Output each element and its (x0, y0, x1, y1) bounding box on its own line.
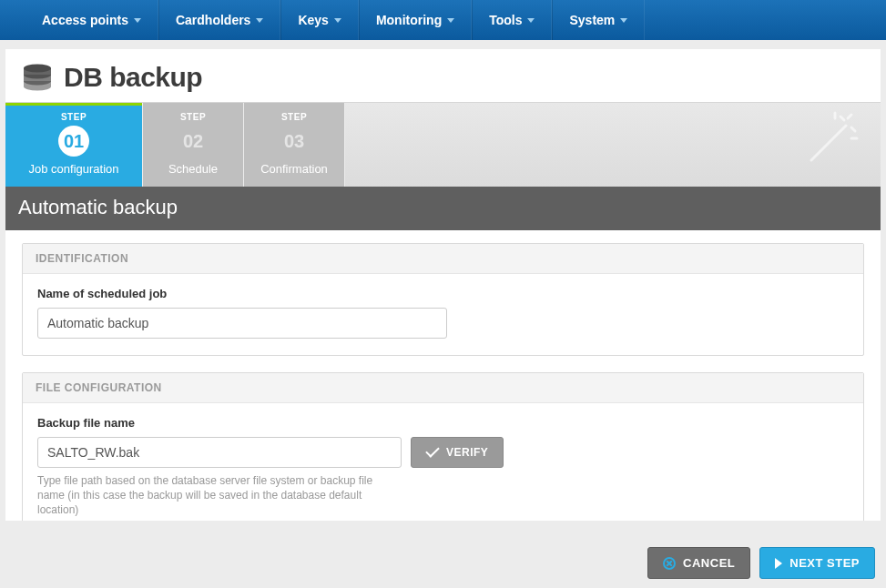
nav-label: Access points (42, 13, 128, 27)
backup-filename-input[interactable] (37, 437, 402, 468)
chevron-down-icon (334, 18, 341, 23)
nav-label: Keys (298, 13, 328, 27)
check-icon (425, 443, 440, 458)
step-name: Confirmation (244, 162, 344, 176)
top-nav: Access points Cardholders Keys Monitorin… (0, 0, 886, 40)
verify-button-label: VERIFY (446, 446, 488, 459)
wizard-step-2[interactable]: STEP 02 Schedule (143, 103, 243, 187)
panel-header: IDENTIFICATION (23, 244, 863, 274)
next-step-button[interactable]: NEXT STEP (759, 547, 875, 579)
nav-label: Monitoring (376, 13, 442, 27)
wizard-accent-line (5, 103, 142, 106)
step-number-badge: 02 (178, 126, 209, 157)
step-number-badge: 01 (58, 126, 89, 157)
chevron-down-icon (620, 18, 627, 23)
next-button-label: NEXT STEP (789, 556, 860, 570)
backup-filename-help: Type file path based on the database ser… (37, 473, 402, 518)
nav-label: Tools (489, 13, 522, 27)
job-name-input[interactable] (37, 308, 447, 339)
svg-line-1 (811, 126, 846, 160)
svg-line-2 (840, 117, 844, 120)
nav-tools[interactable]: Tools (472, 0, 552, 40)
nav-monitoring[interactable]: Monitoring (359, 0, 472, 40)
step-label: STEP (143, 112, 243, 122)
step-number-badge: 03 (279, 126, 310, 157)
svg-line-3 (851, 127, 855, 131)
arrow-right-icon (775, 558, 782, 569)
database-icon (22, 64, 53, 91)
step-number: 02 (183, 131, 203, 152)
nav-label: System (569, 13, 615, 27)
step-label: STEP (244, 112, 344, 122)
nav-keys[interactable]: Keys (280, 0, 358, 40)
nav-access-points[interactable]: Access points (25, 0, 158, 40)
step-number: 01 (64, 131, 84, 152)
backup-filename-label: Backup file name (37, 416, 849, 430)
step-label: STEP (5, 112, 142, 122)
section-title: Automatic backup (5, 187, 881, 230)
footer-buttons: CANCEL NEXT STEP (647, 547, 875, 579)
panel-header: FILE CONFIGURATION (23, 373, 863, 403)
magic-wand-icon (793, 107, 864, 182)
wizard-spacer (345, 103, 881, 187)
nav-system[interactable]: System (552, 0, 645, 40)
content-scroll-area[interactable]: IDENTIFICATION Name of scheduled job FIL… (5, 230, 881, 521)
wizard-step-1[interactable]: STEP 01 Job configuration (5, 103, 142, 187)
wizard-steps: STEP 01 Job configuration STEP 02 Schedu… (5, 103, 881, 187)
page-title: DB backup (64, 62, 202, 93)
wizard-step-3[interactable]: STEP 03 Confirmation (244, 103, 344, 187)
cancel-button-label: CANCEL (683, 556, 735, 570)
svg-line-4 (848, 115, 851, 118)
panel-body: Backup file name VERIFY Type file path b… (23, 403, 863, 521)
file-configuration-panel: FILE CONFIGURATION Backup file name VERI… (22, 372, 864, 521)
verify-button[interactable]: VERIFY (411, 437, 504, 468)
step-name: Job configuration (5, 162, 142, 176)
close-circle-icon (663, 557, 676, 570)
chevron-down-icon (447, 18, 454, 23)
job-name-label: Name of scheduled job (37, 287, 849, 300)
chevron-down-icon (134, 18, 141, 23)
chevron-down-icon (256, 18, 263, 23)
page-header: DB backup (5, 49, 881, 103)
cancel-button[interactable]: CANCEL (647, 547, 750, 579)
chevron-down-icon (527, 18, 535, 23)
nav-label: Cardholders (176, 13, 250, 27)
panel-body: Name of scheduled job (23, 274, 863, 355)
nav-cardholders[interactable]: Cardholders (158, 0, 280, 40)
step-number: 03 (284, 131, 304, 152)
step-name: Schedule (143, 162, 243, 176)
identification-panel: IDENTIFICATION Name of scheduled job (22, 243, 864, 356)
